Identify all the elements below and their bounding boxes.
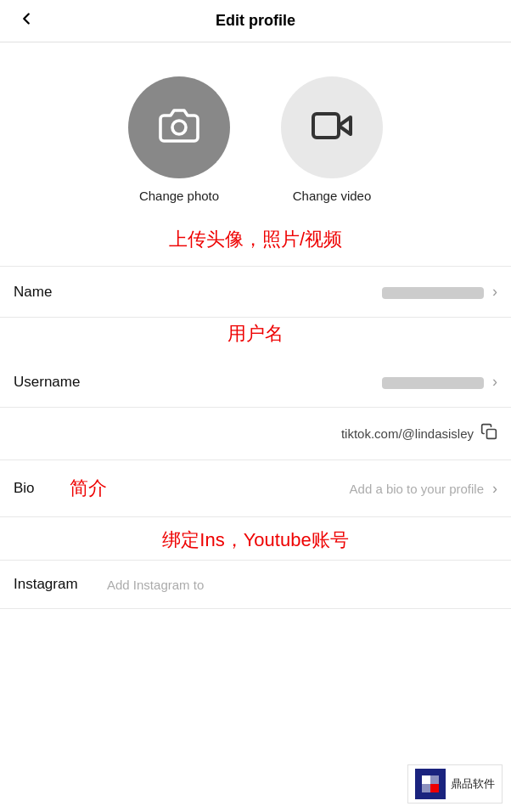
video-camera-icon [312, 105, 352, 149]
username-label: Username [14, 374, 107, 391]
bio-placeholder: Add a bio to your profile [121, 482, 489, 496]
watermark: 鼎品软件 [407, 764, 503, 804]
upload-annotation-text: 上传头像，照片/视频 [169, 228, 342, 250]
camera-icon [159, 105, 199, 149]
bio-label: Bio [14, 480, 56, 497]
header: Edit profile [0, 0, 511, 42]
svg-rect-6 [422, 784, 430, 792]
svg-rect-4 [422, 775, 430, 784]
username-value [107, 375, 489, 389]
name-label: Name [14, 284, 107, 301]
svg-rect-5 [430, 775, 439, 784]
bio-annotation-text: 简介 [70, 476, 107, 501]
svg-marker-1 [339, 117, 351, 134]
name-chevron-icon: › [492, 283, 497, 301]
instagram-label: Instagram [14, 576, 107, 593]
svg-rect-7 [430, 784, 439, 792]
name-row[interactable]: Name › [0, 267, 511, 318]
page-title: Edit profile [216, 12, 295, 30]
watermark-text: 鼎品软件 [451, 776, 495, 792]
photo-avatar [128, 76, 230, 178]
instagram-row[interactable]: Instagram Add Instagram to [0, 561, 511, 609]
bio-row[interactable]: Bio 简介 Add a bio to your profile › [0, 460, 511, 517]
video-avatar [281, 76, 383, 178]
change-photo-label: Change photo [139, 189, 219, 203]
svg-rect-3 [487, 430, 497, 439]
watermark-icon [415, 769, 446, 799]
name-placeholder-bar [382, 287, 484, 299]
avatar-section: Change photo Change video [0, 42, 511, 220]
username-annotation-banner: 用户名 [0, 318, 511, 357]
bind-annotation-banner: 绑定Ins，Youtube账号 [0, 517, 511, 560]
upload-annotation-banner: 上传头像，照片/视频 [0, 220, 511, 266]
bio-chevron-icon: › [492, 480, 497, 498]
username-annotation-text: 用户名 [227, 323, 284, 344]
username-chevron-icon: › [492, 373, 497, 391]
copy-icon[interactable] [480, 423, 497, 444]
change-video-label: Change video [293, 189, 372, 203]
instagram-placeholder: Add Instagram to [107, 578, 497, 592]
tiktok-link-row[interactable]: tiktok.com/@lindasisley [0, 408, 511, 460]
back-button[interactable] [14, 6, 39, 37]
username-row[interactable]: Username › [0, 357, 511, 408]
change-photo-button[interactable]: Change photo [128, 76, 230, 203]
tiktok-link-text: tiktok.com/@lindasisley [341, 426, 474, 441]
svg-point-0 [172, 121, 186, 134]
svg-rect-2 [313, 114, 339, 138]
bind-annotation-text: 绑定Ins，Youtube账号 [162, 529, 348, 550]
username-placeholder-bar [382, 377, 484, 389]
change-video-button[interactable]: Change video [281, 76, 383, 203]
name-value [107, 285, 489, 299]
